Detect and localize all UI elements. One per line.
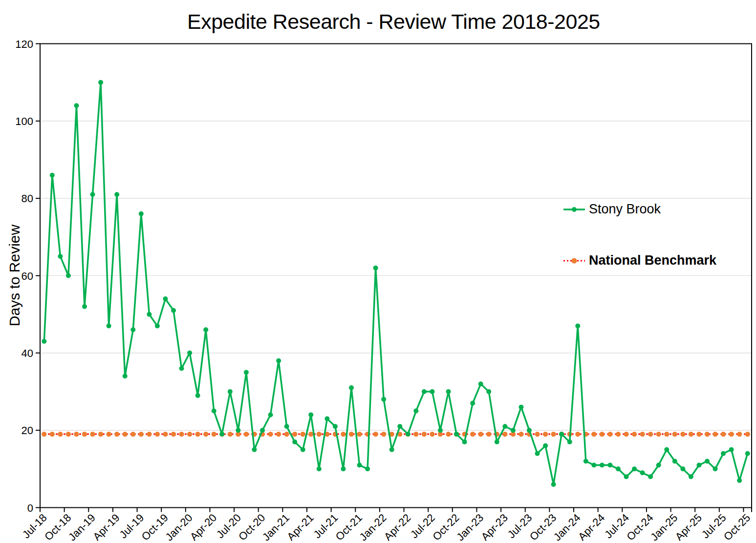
benchmark-marker: [373, 432, 378, 437]
x-tick-label: Jan-21: [260, 511, 292, 543]
data-point-marker: [42, 339, 46, 344]
data-point-marker: [130, 327, 135, 332]
benchmark-marker: [640, 432, 645, 437]
benchmark-marker: [721, 432, 726, 437]
benchmark-marker: [123, 432, 128, 437]
data-point-marker: [397, 424, 402, 429]
benchmark-marker: [446, 432, 451, 437]
data-point-marker: [567, 439, 572, 444]
national-benchmark-legend-swatch: [563, 257, 585, 264]
x-tick-label: Apr-21: [284, 511, 316, 543]
data-point-marker: [276, 358, 281, 363]
data-point-marker: [301, 447, 305, 452]
benchmark-marker: [90, 432, 95, 437]
data-point-marker: [341, 466, 346, 471]
x-tick-label: Jan-22: [357, 511, 389, 543]
data-point-marker: [413, 409, 418, 414]
data-point-marker: [317, 466, 322, 471]
x-tick-label: Apr-24: [576, 511, 607, 543]
benchmark-marker: [50, 432, 55, 437]
data-point-marker: [114, 192, 119, 197]
y-tick-label: 20: [22, 424, 33, 437]
benchmark-marker: [551, 432, 556, 437]
y-axis-title: Days to Review: [6, 225, 23, 326]
data-point-marker: [98, 80, 103, 85]
legend-item-national-benchmark: National Benchmark: [563, 253, 716, 268]
x-tick-label: Apr-23: [479, 511, 510, 543]
data-point-marker: [308, 413, 313, 418]
data-point-marker: [462, 439, 467, 444]
benchmark-marker: [130, 432, 135, 437]
data-point-marker: [82, 304, 87, 309]
data-point-marker: [179, 366, 184, 371]
data-point-marker: [559, 432, 564, 437]
benchmark-marker: [187, 432, 192, 437]
benchmark-marker: [171, 432, 176, 437]
data-point-marker: [389, 447, 394, 452]
data-point-marker: [648, 474, 653, 479]
benchmark-marker: [600, 432, 605, 437]
data-point-marker: [260, 428, 265, 433]
benchmark-marker: [470, 432, 475, 437]
data-point-marker: [50, 173, 55, 178]
benchmark-marker: [672, 432, 677, 437]
legend-label-national-benchmark: National Benchmark: [589, 253, 716, 268]
x-tick-label: Jan-24: [551, 511, 583, 543]
benchmark-marker: [575, 432, 580, 437]
data-point-marker: [486, 389, 491, 394]
x-tick-label: Apr-22: [382, 511, 413, 543]
data-point-marker: [591, 462, 596, 467]
data-point-marker: [58, 254, 63, 259]
data-point-marker: [66, 273, 71, 278]
data-point-marker: [324, 416, 329, 421]
benchmark-marker: [616, 432, 621, 437]
stony-brook-legend-swatch: [563, 206, 585, 213]
benchmark-marker: [106, 432, 111, 437]
stony-brook-series: [42, 80, 750, 487]
data-point-marker: [575, 323, 580, 328]
data-point-marker: [632, 466, 637, 471]
data-point-marker: [107, 323, 111, 328]
data-point-marker: [406, 432, 410, 437]
benchmark-marker: [518, 432, 523, 437]
y-tick-label: 60: [22, 270, 33, 282]
data-point-marker: [228, 389, 233, 394]
x-tick-label: Apr-25: [673, 511, 704, 543]
x-tick-label: Jan-23: [454, 511, 486, 543]
chart-title: Expedite Research - Review Time 2018-202…: [187, 10, 600, 34]
benchmark-marker: [729, 432, 734, 437]
data-point-marker: [729, 447, 734, 452]
benchmark-marker: [244, 432, 249, 437]
benchmark-marker: [413, 432, 418, 437]
benchmark-marker: [632, 432, 637, 437]
benchmark-marker: [713, 432, 717, 437]
benchmark-marker: [317, 432, 322, 437]
data-point-marker: [551, 482, 556, 487]
data-point-marker: [607, 462, 612, 467]
legend-item-stony-brook: Stony Brook: [563, 202, 716, 217]
data-point-marker: [640, 470, 645, 475]
benchmark-marker: [155, 432, 160, 437]
data-point-marker: [583, 459, 588, 464]
benchmark-marker: [139, 432, 144, 437]
data-point-marker: [689, 474, 693, 479]
data-point-marker: [656, 462, 661, 467]
benchmark-marker: [543, 432, 548, 437]
benchmark-marker: [203, 432, 208, 437]
data-point-marker: [454, 432, 459, 437]
benchmark-marker: [58, 432, 63, 437]
benchmark-marker: [591, 432, 596, 437]
x-tick-label: Oct-25: [721, 511, 753, 543]
data-point-marker: [74, 103, 79, 108]
benchmark-marker: [163, 432, 168, 437]
data-point-marker: [527, 428, 532, 433]
benchmark-marker: [114, 432, 119, 437]
benchmark-marker: [478, 432, 483, 437]
data-point-marker: [713, 466, 718, 471]
data-point-marker: [721, 451, 726, 456]
data-point-marker: [438, 428, 443, 433]
data-point-marker: [381, 397, 386, 402]
data-point-marker: [357, 462, 362, 467]
data-point-marker: [745, 451, 750, 456]
data-point-marker: [195, 393, 200, 398]
